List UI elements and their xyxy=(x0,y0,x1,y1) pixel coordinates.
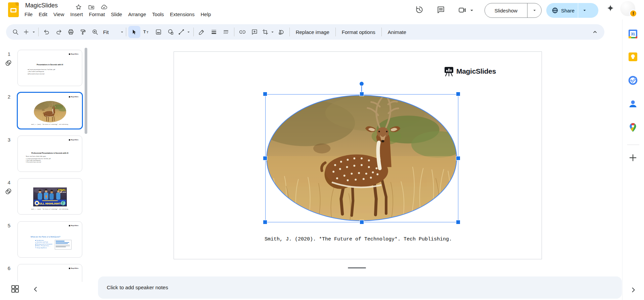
tasks-icon[interactable] xyxy=(628,75,638,85)
menu-help[interactable]: Help xyxy=(197,10,214,18)
insert-shape-button[interactable] xyxy=(165,26,177,38)
keep-icon[interactable] xyxy=(628,52,638,62)
notes-resize-handle[interactable] xyxy=(348,267,366,268)
resize-handle-w[interactable] xyxy=(263,156,267,160)
menu-arrange[interactable]: Arrange xyxy=(125,10,149,18)
redo-button[interactable] xyxy=(53,26,65,38)
citation-text[interactable]: Smith, J. (2020). *The Future of Technol… xyxy=(265,236,469,242)
border-dash-button[interactable] xyxy=(220,26,232,38)
slide-thumbnail-4[interactable]: Smith, J. (2020). *The Future of Technol… xyxy=(17,178,82,215)
select-tool[interactable] xyxy=(128,26,140,38)
move-to-folder-icon[interactable] xyxy=(88,4,95,10)
menu-file[interactable]: File xyxy=(21,10,36,18)
resize-handle-se[interactable] xyxy=(456,220,460,224)
border-weight-button[interactable] xyxy=(208,26,220,38)
share-button[interactable]: Share xyxy=(546,3,598,18)
resize-handle-sw[interactable] xyxy=(263,220,267,224)
toolbar-separator xyxy=(381,28,382,36)
paint-format-button[interactable] xyxy=(77,26,89,38)
grid-view-button[interactable] xyxy=(10,284,20,294)
insert-line-button[interactable] xyxy=(177,26,186,38)
toolbar-separator xyxy=(234,28,234,36)
reset-image-button[interactable] xyxy=(275,26,287,38)
print-button[interactable] xyxy=(65,26,77,38)
replace-image-button[interactable]: Replace image xyxy=(292,27,333,38)
share-dropdown[interactable] xyxy=(578,3,591,18)
slide-thumbnail-6[interactable]: MagicSlides xyxy=(17,264,82,282)
slide-thumbnail-5[interactable]: MagicSlides What are the Parts of a WebQ… xyxy=(17,221,82,258)
camera-dropdown-caret-icon[interactable] xyxy=(469,8,474,13)
slideshow-dropdown[interactable] xyxy=(527,3,541,17)
resize-handle-e[interactable] xyxy=(456,156,460,160)
rotation-handle[interactable] xyxy=(360,82,364,86)
slides-app-icon[interactable] xyxy=(8,2,19,17)
image-selection-box[interactable] xyxy=(265,94,458,222)
filmstrip-scrollbar[interactable] xyxy=(85,48,87,134)
account-alert-badge[interactable]: ! xyxy=(630,10,637,17)
version-history-icon[interactable] xyxy=(415,5,424,14)
insert-image-button[interactable] xyxy=(152,26,165,38)
menu-tools[interactable]: Tools xyxy=(149,10,167,18)
menu-insert[interactable]: Insert xyxy=(67,10,86,18)
star-icon[interactable] xyxy=(75,4,82,10)
menu-extensions[interactable]: Extensions xyxy=(167,10,197,18)
thumb5-bullet: Group Synthesis xyxy=(35,247,52,249)
side-panel-divider xyxy=(627,145,639,145)
calendar-day-label: 31 xyxy=(631,32,635,36)
svg-text:T: T xyxy=(143,30,146,34)
thumb1-title: Presentations in Seconds with AI xyxy=(18,64,82,66)
crop-image-button[interactable] xyxy=(261,26,270,38)
svg-text:T: T xyxy=(147,31,148,34)
slide-thumbnail-2-selected[interactable]: MagicSlides Smith, J. (2020). *The Futur… xyxy=(17,92,83,129)
mask-image-caret-icon[interactable] xyxy=(270,26,275,38)
insert-link-button[interactable] xyxy=(236,26,248,38)
calendar-icon[interactable]: 31 xyxy=(628,29,638,39)
toolbar-separator xyxy=(126,28,126,36)
resize-handle-s[interactable] xyxy=(360,220,364,224)
menu-format[interactable]: Format xyxy=(86,10,108,18)
slide-thumbnail-3[interactable]: MagicSlides Professional Presentations i… xyxy=(17,136,82,172)
comments-icon[interactable] xyxy=(436,5,445,14)
document-title[interactable]: MagicSlides xyxy=(25,2,58,9)
menu-view[interactable]: View xyxy=(50,10,67,18)
cloud-saved-icon[interactable] xyxy=(101,4,107,10)
zoom-select[interactable]: Fit xyxy=(101,29,124,35)
zoom-value: Fit xyxy=(103,29,109,35)
slideshow-button[interactable]: Slideshow xyxy=(485,3,542,18)
thumb3-subtitle: Never start from a blank slide again. xyxy=(26,156,46,157)
gemini-sparkle-icon[interactable] xyxy=(606,4,614,12)
toolbar-collapse-button[interactable] xyxy=(589,26,601,38)
thumb-brand: MagicSlides xyxy=(69,267,79,269)
zoom-in-button[interactable] xyxy=(89,26,101,38)
search-menus-icon[interactable] xyxy=(9,26,21,38)
line-dropdown-caret-icon[interactable] xyxy=(186,26,191,38)
new-slide-dropdown-caret-icon[interactable] xyxy=(31,26,36,38)
slide-brand-logo[interactable]: MagicSlides xyxy=(444,66,496,76)
format-options-button[interactable]: Format options xyxy=(338,27,379,38)
meet-camera-icon[interactable] xyxy=(458,6,467,14)
new-slide-button[interactable] xyxy=(21,26,31,38)
resize-handle-n[interactable] xyxy=(360,92,364,96)
deer-ellipse-image[interactable] xyxy=(266,95,458,222)
panel-expand-chevron-icon[interactable] xyxy=(629,286,637,294)
contacts-icon[interactable] xyxy=(628,99,638,109)
filmstrip-collapse-chevron-icon[interactable] xyxy=(32,285,40,293)
undo-button[interactable] xyxy=(41,26,53,38)
toolbar-separator xyxy=(193,28,194,36)
thumb5-card xyxy=(55,240,72,250)
thumb-brand: MagicSlides xyxy=(69,96,79,98)
animate-button[interactable]: Animate xyxy=(384,27,410,38)
get-addons-plus-icon[interactable] xyxy=(628,153,638,163)
resize-handle-ne[interactable] xyxy=(456,92,460,96)
menu-slide[interactable]: Slide xyxy=(108,10,125,18)
speaker-notes-input[interactable]: Click to add speaker notes xyxy=(98,276,622,299)
brand-mini-icon xyxy=(69,225,71,226)
add-comment-button[interactable] xyxy=(248,26,261,38)
maps-icon[interactable] xyxy=(628,122,638,133)
text-box-tool[interactable]: TT xyxy=(140,26,152,38)
border-color-button[interactable] xyxy=(196,26,208,38)
menu-edit[interactable]: Edit xyxy=(36,10,50,18)
slide-number: 3 xyxy=(5,137,13,143)
resize-handle-nw[interactable] xyxy=(263,92,267,96)
slide-thumbnail-1[interactable]: MagicSlides Presentations in Seconds wit… xyxy=(17,50,82,86)
